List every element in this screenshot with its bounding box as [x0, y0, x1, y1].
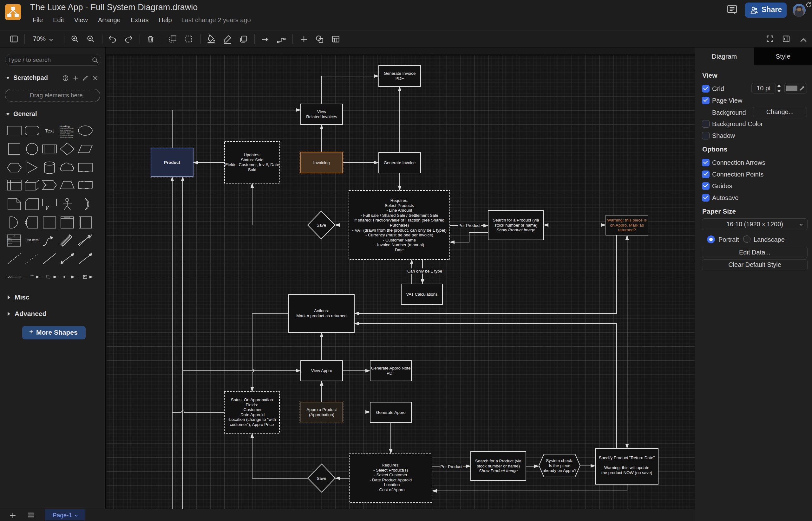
- svg-text:- Customer Name: - Customer Name: [383, 238, 416, 243]
- svg-text:already on Appro?: already on Appro?: [542, 468, 576, 473]
- svg-text:Item 1: Item 1: [8, 238, 12, 239]
- svg-text:Requires:: Requires:: [390, 198, 408, 203]
- svg-text:- Invoice Number (manual): - Invoice Number (manual): [375, 243, 424, 247]
- svg-text:View: View: [317, 109, 326, 114]
- svg-text:Status: Sold: Status: Sold: [241, 158, 263, 162]
- svg-text:Requires:: Requires:: [382, 463, 399, 468]
- svg-text:- Date Product Appro'd: - Date Product Appro'd: [369, 478, 412, 482]
- svg-text:Invoicing: Invoicing: [313, 160, 329, 165]
- svg-text:Is the piece: Is the piece: [549, 463, 570, 468]
- svg-text:PDF: PDF: [387, 371, 395, 376]
- svg-text:the product NOW (no save): the product NOW (no save): [601, 470, 653, 475]
- svg-text:- Full sale / Shared Sale / Se: - Full sale / Shared Sale / Settlement S…: [361, 213, 439, 218]
- svg-text:- Currency (must be one per in: - Currency (must be one per invoice): [365, 233, 433, 237]
- svg-text:Per Product: Per Product: [458, 223, 480, 228]
- svg-text:Satus: On Approbation: Satus: On Approbation: [231, 398, 273, 402]
- svg-text:Generate Invoice: Generate Invoice: [384, 71, 415, 76]
- svg-text:stock number or name): stock number or name): [494, 223, 538, 228]
- svg-text:Actions:: Actions:: [314, 308, 329, 313]
- svg-text:Sold: Sold: [248, 167, 256, 172]
- svg-text:View Appro: View Appro: [311, 368, 332, 373]
- svg-text:- Select Customer: - Select Customer: [374, 473, 408, 477]
- svg-text:Search for a Product (via: Search for a Product (via: [493, 218, 539, 223]
- svg-text:- Location: - Location: [382, 482, 400, 487]
- svg-text:Updates:: Updates:: [244, 153, 261, 157]
- svg-text:Product: Product: [164, 160, 180, 165]
- svg-text:Generate Invoice: Generate Invoice: [384, 160, 415, 165]
- svg-text:Select Products: Select Products: [385, 203, 414, 208]
- svg-text:- Line Amount: - Line Amount: [386, 208, 412, 213]
- svg-text:Fields:: Fields:: [246, 403, 258, 407]
- svg-text:-Customer: -Customer: [242, 407, 262, 412]
- svg-text:Show Product Image: Show Product Image: [479, 469, 518, 473]
- svg-text:Generate Appro Note: Generate Appro Note: [371, 366, 411, 370]
- svg-text:Show Product Image: Show Product Image: [496, 228, 535, 232]
- svg-text:- Cost of Appro: - Cost of Appro: [377, 488, 405, 492]
- svg-text:Purchase): Purchase): [390, 223, 409, 228]
- svg-text:Save: Save: [317, 476, 326, 481]
- svg-text:Can only be 1 type: Can only be 1 type: [407, 269, 442, 273]
- svg-text:PDF: PDF: [396, 76, 404, 81]
- svg-text:stock number or name): stock number or name): [477, 463, 520, 469]
- svg-text:If shared: Fraction/Value of F: If shared: Fraction/Value of Fraction (s…: [354, 218, 444, 223]
- svg-text:Fields: Customer, Inv #, Date: Fields: Customer, Inv #, Date: [225, 162, 279, 167]
- svg-text:(Approbation): (Approbation): [309, 412, 334, 417]
- svg-text:Item 2: Item 2: [8, 240, 12, 242]
- svg-text:Per Product: Per Product: [440, 464, 463, 469]
- svg-text:Search for a Product (via: Search for a Product (via: [475, 458, 522, 463]
- svg-text:Related Invoices: Related Invoices: [306, 114, 337, 119]
- svg-text:List: List: [13, 235, 16, 237]
- svg-text:on Appro. Mark as: on Appro. Mark as: [610, 223, 644, 228]
- svg-text:System check:: System check:: [546, 458, 573, 463]
- svg-text:Warning: this piece is: Warning: this piece is: [607, 218, 647, 223]
- svg-text:- VAT (drawn from the product,: - VAT (drawn from the product, can only …: [352, 228, 447, 233]
- svg-text:Label: Label: [30, 275, 34, 277]
- svg-text:-Date Appro'd: -Date Appro'd: [239, 412, 264, 417]
- svg-text:Date: Date: [395, 248, 404, 252]
- svg-text:- Select Product(s): - Select Product(s): [373, 468, 408, 473]
- svg-text:VAT Calculations: VAT Calculations: [406, 292, 438, 297]
- svg-text:Save: Save: [317, 223, 326, 228]
- svg-text:Item 3: Item 3: [8, 243, 12, 244]
- svg-text:-Location (change to "with: -Location (change to "with: [228, 417, 276, 422]
- svg-text:customer"), Appro Price: customer"), Appro Price: [230, 422, 274, 427]
- svg-text:Specify Product "Return Date": Specify Product "Return Date": [599, 455, 655, 460]
- svg-text:Mark a product as returned: Mark a product as returned: [296, 313, 346, 318]
- svg-text:Generate Appro: Generate Appro: [376, 410, 405, 415]
- svg-text:Appro a Product: Appro a Product: [306, 407, 337, 412]
- svg-text:returned?: returned?: [618, 228, 636, 232]
- svg-text:Warning: this will update: Warning: this will update: [604, 465, 649, 470]
